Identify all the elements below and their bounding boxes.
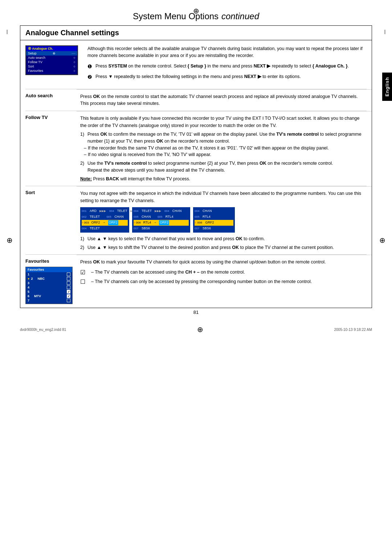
main-content: Analogue Channel settings ⦿ Analogue Ch.… [20, 25, 372, 308]
fav-row-5: 5 ✓ [26, 290, 72, 294]
fav-num-4: 4 [28, 286, 33, 289]
fav-row-2: ● 2 NBC [26, 276, 72, 281]
autosearch-label: Auto search [28, 56, 45, 60]
footer-reg-mark: ⊕ [197, 325, 203, 334]
sort-tables: 001 ARD ▶▶▶ 004 TELET ▶▶▶ 002 TELET 005 … [80, 207, 364, 233]
sort-sub2: 2) Use ▲ ▼ keys to shift the TV channel … [80, 244, 364, 251]
follow-tv-sub2: 2) Use the TV's remote control to select… [80, 160, 364, 174]
favourites-feature-label: Favourites Favourites 1 ● 2 NBC [20, 255, 77, 308]
fav-row-3: 3 [26, 281, 72, 285]
sort-row-3-3: ♦006 GRF2 [195, 220, 233, 226]
followtv-label: Follow TV [28, 60, 42, 64]
sort-row-3-4: 007 SBS6 [195, 226, 233, 232]
sort-icon: ○ [74, 65, 75, 68]
section-title: Analogue Channel settings [25, 29, 367, 37]
unchecked-symbol: ☐ [80, 278, 87, 286]
fav-menu-title: Favourites [26, 267, 72, 272]
sort-sub1-text: Use ▲ ▼ keys to select the TV channel th… [87, 235, 265, 242]
favourites-icon: ○ [74, 69, 75, 73]
page-footer: dvdr9000h_eu_eng2.indd 81 ⊕ 2005-10-13 9… [0, 321, 392, 337]
followtv-icon: ○ [74, 60, 75, 64]
note-text: Note: Press BACK will interrupt the foll… [80, 176, 364, 183]
follow-tv-section: Follow TV This feature is only available… [20, 111, 372, 186]
fav-num-6: 6 [28, 294, 33, 298]
sort-label-feature: Sort [20, 186, 77, 254]
sort-row-1-3: ♦003 ORF2 → ORF2 [82, 220, 128, 226]
reg-mark-left-mid: ⊕ [7, 236, 13, 245]
fav-num-5: 5 [28, 290, 33, 294]
step2-text: Press ▼ repeatedly to select the followi… [95, 73, 301, 81]
dash1-symbol: – [84, 145, 86, 152]
fav-check-3 [67, 281, 70, 285]
page-title-main: System Menu Options [133, 11, 219, 21]
tv-menu-row-setup: Setup ⊕ ····· [26, 51, 77, 56]
sort-row-3-2: 005 RTL4 [195, 214, 233, 220]
sort-row-1-1: 001 ARD ▶▶▶ 004 TELET ▶▶▶ [82, 208, 128, 214]
sort-sub2-text: Use ▲ ▼ keys to shift the TV channel to … [87, 244, 334, 251]
auto-search-text: Press OK on the remote control to start … [80, 93, 364, 107]
tv-menu-screenshot: ⦿ Analogue Ch. Setup ⊕ ····· Auto search… [25, 45, 82, 84]
fav-row-4: 4 [26, 285, 72, 290]
tv-menu: ⦿ Analogue Ch. Setup ⊕ ····· Auto search… [25, 45, 78, 75]
tv-menu-row-autosearch: Auto search ○ [26, 56, 77, 60]
setup-label: Setup [28, 52, 37, 55]
section-header: Analogue Channel settings [20, 26, 372, 40]
sort-table-1: 001 ARD ▶▶▶ 004 TELET ▶▶▶ 002 TELET 005 … [80, 207, 129, 233]
step1-text: Press SYSTEM on the remote control. Sele… [95, 63, 349, 70]
unchecked-text: – The TV channels can only be accessed b… [91, 278, 312, 285]
footer-date: 2005-10-13 9:18:22 AM [334, 328, 372, 332]
step1-number: ❶ [87, 63, 93, 70]
reg-mark-left-top: | [7, 29, 8, 34]
follow-tv-label: Follow TV [20, 111, 77, 186]
sort-content: You may not agree with the sequence in w… [77, 186, 372, 254]
page-number: 81 [0, 308, 392, 318]
fav-name-6: MTV [34, 294, 65, 298]
fav-row-1: 1 [26, 272, 72, 276]
fav-num-7: 7 [28, 299, 33, 302]
fav-check-4 [67, 286, 70, 289]
sort-row-2-4: 007 SBS6 [134, 226, 189, 232]
fav-num-2: 2 [31, 277, 36, 280]
tv-menu-row-sort: Sort ○ [26, 64, 77, 69]
sub2-num: 2) [80, 160, 85, 174]
fav-intro-text: Press OK to mark your favourite TV chann… [80, 259, 364, 266]
tv-menu-title: ⦿ Analogue Ch. [26, 46, 77, 51]
intro-step2: ❷ Press ▼ repeatedly to select the follo… [87, 73, 364, 81]
fav-row-7: 7 [26, 298, 72, 303]
fav-check-5: ✓ [67, 290, 70, 294]
reg-mark-right-top: | [384, 29, 385, 34]
fav-check-7 [67, 299, 70, 302]
sort-label: Sort [28, 65, 34, 68]
sub1-text: Press OK to confirm the message on the T… [87, 131, 364, 145]
fav-check-1 [67, 273, 70, 276]
fav-num-3: 3 [28, 281, 33, 285]
sort-row-1-2: 002 TELET 005 CHAN [82, 214, 128, 220]
sort-intro: You may not agree with the sequence in w… [80, 190, 364, 204]
follow-tv-intro: This feature is only available if you ha… [80, 115, 364, 129]
sort-table-3: 004 CHAN 005 RTL4 ♦006 GRF2 007 SBS6 [193, 207, 235, 233]
sort-row-1-4: 004 TELET [82, 226, 128, 232]
fav-name-2: NBC [37, 277, 65, 280]
auto-search-label: Auto search [20, 89, 77, 111]
sort-sub1: 1) Use ▲ ▼ keys to select the TV channel… [80, 235, 364, 242]
fav-unchecked-item: ☐ – The TV channels can only be accessed… [80, 278, 364, 286]
page-title-continued: continued [221, 12, 259, 21]
footer-filename: dvdr9000h_eu_eng2.indd 81 [20, 328, 66, 332]
sub1-num: 1) [80, 131, 85, 145]
dash2-text: If no video signal is received from the … [88, 151, 211, 158]
fav-menu-screenshot: Favourites 1 ● 2 NBC 3 [25, 267, 73, 304]
intro-right-col: Although this recorder selects all the a… [87, 45, 364, 84]
sort-sub1-num: 1) [80, 235, 85, 242]
reg-mark-top: ⊕ [193, 7, 199, 15]
checked-text: – The TV channels can be accessed using … [91, 269, 245, 276]
fav-num-1: 1 [28, 273, 33, 276]
sort-section: Sort You may not agree with the sequence… [20, 186, 372, 254]
fav-dot-2: ● [28, 277, 29, 280]
language-tab: English [382, 73, 392, 101]
checked-symbol: ☑ [80, 268, 87, 277]
fav-check-6: ✓ [67, 294, 70, 298]
dash1: – If the recorder finds the same TV chan… [84, 145, 364, 152]
setup-icon: ⊕ [53, 52, 56, 55]
dash2-symbol: – [84, 151, 86, 158]
favourites-content: Press OK to mark your favourite TV chann… [77, 255, 372, 291]
